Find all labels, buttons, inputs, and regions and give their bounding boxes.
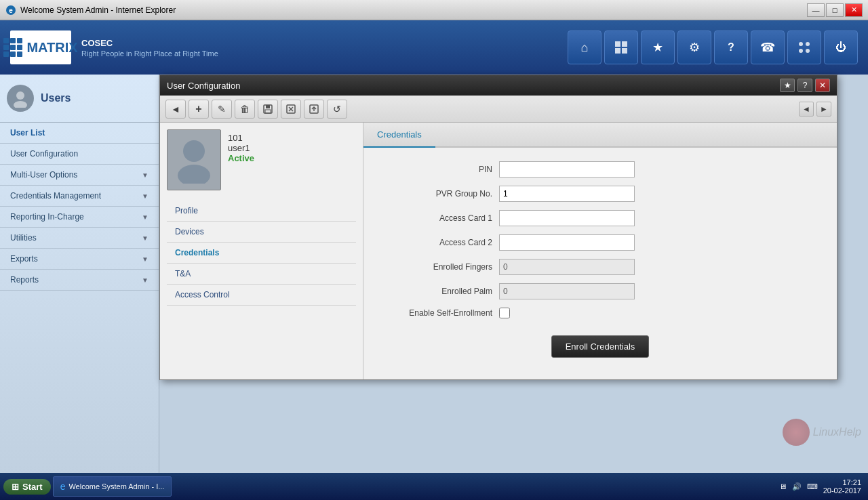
tab-profile[interactable]: Profile: [167, 201, 356, 222]
tab-credentials[interactable]: Credentials: [167, 243, 356, 264]
save-button[interactable]: [258, 100, 278, 119]
credentials-tab[interactable]: Credentials: [363, 123, 435, 148]
enrolled-fingers-input: [499, 259, 635, 275]
user-status: Active: [228, 153, 254, 163]
header-nav: ⌂ ★ ⚙ ? ☎ ⏻: [568, 30, 858, 64]
pvr-row: PVR Group No.: [377, 186, 823, 202]
enrolled-fingers-row: Enrolled Fingers: [377, 259, 823, 275]
sidebar-item-user-list[interactable]: User List: [0, 123, 159, 144]
svg-point-6: [799, 42, 803, 46]
dialog-help-button[interactable]: ?: [797, 79, 812, 92]
next-button[interactable]: ►: [816, 102, 831, 117]
dialog-title: User Configuration: [167, 81, 780, 91]
apps-button[interactable]: [787, 30, 821, 64]
watermark-text: LinuxHelp: [813, 426, 861, 438]
sidebar-item-reporting[interactable]: Reporting In-Charge ▼: [0, 207, 159, 228]
user-details: 101 user1 Active: [228, 129, 254, 190]
enrolled-fingers-label: Enrolled Fingers: [377, 262, 499, 272]
credentials-form: PIN PVR Group No. Access Card 1 Acc: [363, 148, 837, 379]
enrolled-palm-row: Enrolled Palm: [377, 283, 823, 299]
svg-text:e: e: [9, 7, 13, 14]
expand-arrow-icon: ▼: [142, 234, 149, 242]
brand-tagline: Right People in Right Place at Right Tim…: [81, 49, 218, 58]
taskbar-window-title: Welcome System Admin - I...: [68, 482, 164, 491]
keyboard-icon: ⌨: [807, 482, 818, 491]
pin-input[interactable]: [499, 161, 635, 178]
nav-tabs: Profile Devices Credentials T&A Access C: [167, 201, 356, 306]
pin-row: PIN: [377, 161, 823, 178]
phone-button[interactable]: ☎: [751, 30, 785, 64]
logo-grid-icon: [3, 38, 22, 57]
start-button[interactable]: ⊞ Start: [3, 479, 51, 495]
sidebar-item-user-config[interactable]: User Configuration: [0, 144, 159, 165]
taskbar-tray: 🖥 🔊 ⌨ 17:21 20-02-2017: [779, 478, 865, 495]
app-header: MATRIX COSEC Right People in Right Place…: [0, 20, 868, 75]
svg-point-8: [799, 49, 803, 53]
expand-arrow-icon: ▼: [142, 255, 149, 263]
svg-point-9: [806, 49, 810, 53]
tab-access-control[interactable]: Access Control: [167, 285, 356, 306]
pvr-label: PVR Group No.: [377, 189, 499, 199]
delete-button[interactable]: 🗑: [235, 100, 255, 119]
clock-time: 17:21: [823, 478, 861, 486]
back-button[interactable]: ◄: [165, 100, 186, 119]
add-button[interactable]: +: [189, 100, 209, 119]
cancel-button[interactable]: [281, 100, 301, 119]
svg-point-21: [178, 165, 210, 184]
tab-devices[interactable]: Devices: [167, 222, 356, 243]
sidebar-item-multi-user[interactable]: Multi-User Options ▼: [0, 165, 159, 186]
home-button[interactable]: ⌂: [568, 30, 601, 64]
edit-button[interactable]: ✎: [212, 100, 232, 119]
prev-button[interactable]: ◄: [799, 102, 814, 117]
logo-box: MATRIX: [10, 30, 71, 64]
export-button[interactable]: [304, 100, 324, 119]
user-config-dialog: User Configuration ★ ? ✕ ◄ + ✎ 🗑: [159, 75, 837, 380]
sidebar-item-utilities[interactable]: Utilities ▼: [0, 228, 159, 249]
watermark: LinuxHelp: [783, 419, 861, 446]
access-card1-row: Access Card 1: [377, 210, 823, 226]
enroll-credentials-button[interactable]: Enroll Credentials: [551, 335, 650, 358]
sidebar: Users User List User Configuration Multi…: [0, 75, 159, 480]
grid-button[interactable]: [604, 30, 638, 64]
access-card1-input[interactable]: [499, 210, 635, 226]
self-enrollment-checkbox[interactable]: [499, 308, 510, 318]
sidebar-item-exports[interactable]: Exports ▼: [0, 249, 159, 270]
ie-icon: e: [60, 481, 66, 492]
dialog-body: 101 user1 Active Profile Devices: [160, 123, 837, 379]
self-enrollment-row: Enable Self-Enrollment: [377, 308, 823, 318]
settings-button[interactable]: ⚙: [677, 30, 711, 64]
dialog-close-button[interactable]: ✕: [815, 79, 830, 92]
sidebar-item-credentials-mgmt[interactable]: Credentials Management ▼: [0, 186, 159, 207]
app-icon: e: [5, 5, 16, 16]
start-label: Start: [22, 482, 43, 492]
clock-date: 20-02-2017: [823, 486, 861, 495]
favorites-button[interactable]: ★: [641, 30, 675, 64]
right-panel: Credentials PIN PVR Group No.: [363, 123, 837, 379]
dialog-star-button[interactable]: ★: [780, 79, 795, 92]
enrolled-palm-label: Enrolled Palm: [377, 287, 499, 296]
content-area: User Configuration ★ ? ✕ ◄ + ✎ 🗑: [159, 75, 868, 480]
volume-icon: 🔊: [792, 482, 802, 491]
brand-info: COSEC Right People in Right Place at Rig…: [81, 38, 218, 58]
system-clock: 17:21 20-02-2017: [823, 478, 861, 495]
sidebar-header: Users: [0, 75, 159, 123]
power-button[interactable]: ⏻: [824, 30, 858, 64]
taskbar-ie-item[interactable]: e Welcome System Admin - I...: [53, 476, 172, 497]
svg-point-11: [14, 101, 27, 108]
enrolled-palm-input: [499, 283, 635, 299]
pvr-input[interactable]: [499, 186, 635, 202]
close-window-button[interactable]: ✕: [845, 3, 863, 17]
user-photo: [167, 129, 221, 190]
help-button[interactable]: ?: [714, 30, 748, 64]
window-controls: — □ ✕: [807, 3, 863, 17]
user-id: 101: [228, 133, 254, 143]
network-icon: 🖥: [779, 482, 787, 491]
sidebar-item-reports[interactable]: Reports ▼: [0, 270, 159, 291]
minimize-button[interactable]: —: [807, 3, 825, 17]
user-info-card: 101 user1 Active: [167, 129, 356, 190]
svg-rect-4: [615, 48, 620, 54]
tab-ta[interactable]: T&A: [167, 264, 356, 285]
maximize-button[interactable]: □: [826, 3, 844, 17]
access-card2-input[interactable]: [499, 234, 635, 251]
refresh-button[interactable]: ↺: [327, 100, 347, 119]
